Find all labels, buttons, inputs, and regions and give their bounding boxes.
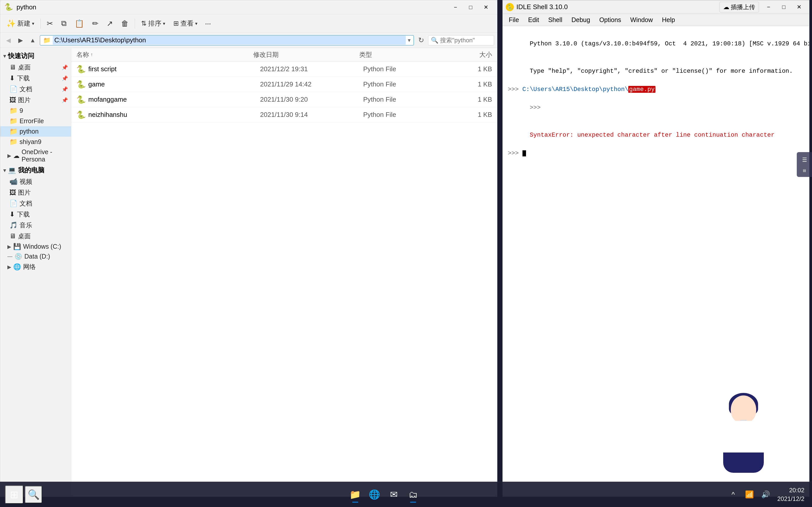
taskbar-tray: ^ 📶 🔊 20:02 2021/12/2 (726, 486, 807, 503)
menu-edit[interactable]: Edit (524, 15, 543, 25)
sidebar-item-folder9[interactable]: 📁 9 (0, 105, 71, 116)
sidebar-item-videos[interactable]: 📹 视频 (0, 176, 71, 187)
paste-button[interactable]: 📋 (71, 17, 87, 30)
cut-button[interactable]: ✂ (44, 17, 56, 30)
idle-line-cmd1: >>> C:\Users\AR15\Desktop\python\game.py (508, 85, 804, 94)
up-button[interactable]: ▲ (28, 35, 38, 45)
search-box[interactable]: 🔍 (428, 35, 494, 45)
file-row-neizhihanshu[interactable]: 🐍 neizhihanshu 2021/11/30 9:14 Python Fi… (71, 107, 497, 122)
videos-icon: 📹 (9, 178, 17, 185)
search-button[interactable]: 🔍 (25, 486, 42, 503)
sort-label: 排序 (148, 19, 161, 28)
more-button[interactable]: ··· (202, 18, 213, 29)
maximize-button[interactable]: □ (464, 3, 478, 12)
sidebar-item-pictures2[interactable]: 🖼 图片 (0, 187, 71, 198)
side-btn-1[interactable]: ☰ (800, 155, 809, 165)
search-input[interactable] (440, 37, 491, 44)
menu-help[interactable]: Help (658, 15, 679, 25)
mypc-section-header[interactable]: ▾ 💻 我的电脑 (0, 164, 71, 176)
sidebar-item-downloads[interactable]: ⬇ 下载 📌 (0, 73, 71, 83)
col-size-header[interactable]: 大小 (448, 50, 492, 59)
sort-button[interactable]: ⇅ 排序 ▾ (138, 17, 168, 30)
file-size-neizhihanshu: 1 KB (449, 111, 492, 119)
sidebar-item-shiyan9-label: shiyan9 (19, 138, 41, 146)
taskbar-apps: 📁 🌐 ✉ 🗂 (44, 486, 724, 504)
minimize-button[interactable]: − (448, 3, 463, 12)
col-date-header[interactable]: 修改日期 (253, 50, 359, 59)
sidebar-item-documents[interactable]: 📄 文档 📌 (0, 83, 71, 95)
idle-minimize-button[interactable]: − (762, 3, 776, 12)
taskbar-app-files[interactable]: 🗂 (404, 486, 422, 504)
onedrive-section[interactable]: ▶ ☁ OneDrive - Persona (0, 147, 71, 164)
mypc-icon: 💻 (8, 166, 16, 174)
file-size-first-script: 1 KB (449, 65, 492, 73)
file-row-first-script[interactable]: 🐍 first script 2021/12/2 19:31 Python Fi… (71, 62, 497, 77)
forward-button[interactable]: ▶ (15, 35, 26, 45)
col-type-header[interactable]: 类型 (359, 50, 448, 59)
sidebar-item-pictures[interactable]: 🖼 图片 📌 (0, 95, 71, 105)
sidebar-item-desktop[interactable]: 🖥 桌面 📌 (0, 62, 71, 73)
taskbar-app-explorer[interactable]: 📁 (346, 486, 364, 504)
file-name-first-script: first script (88, 65, 260, 73)
menu-window[interactable]: Window (626, 15, 657, 25)
file-type-game: Python File (363, 80, 449, 88)
downloads-pin-icon: 📌 (62, 75, 68, 81)
sidebar-item-errorfile[interactable]: 📁 ErrorFile (0, 116, 71, 126)
sidebar: ▾ 快速访问 🖥 桌面 📌 ⬇ 下载 📌 📄 文档 📌 🖼 图片 � (0, 48, 71, 497)
file-date-neizhihanshu: 2021/11/30 9:14 (260, 111, 363, 119)
onedrive-label: OneDrive - Persona (21, 148, 68, 163)
copy-button[interactable]: ⧉ (58, 17, 69, 30)
file-icon-first-script: 🐍 (77, 65, 86, 73)
file-list-header: 名称 ↑ 修改日期 类型 大小 (71, 48, 497, 62)
taskbar-app-edge[interactable]: 🌐 (365, 486, 384, 504)
sidebar-item-desktop2[interactable]: 🖥 桌面 (0, 231, 71, 241)
address-chevron-icon[interactable]: ▾ (408, 37, 411, 44)
side-btn-2[interactable]: ≡ (800, 167, 809, 174)
share-icon: ↗ (107, 19, 113, 28)
menu-file[interactable]: File (505, 15, 523, 25)
file-row-game[interactable]: 🐍 game 2021/11/29 14:42 Python File 1 KB (71, 77, 497, 92)
menu-options[interactable]: Options (595, 15, 625, 25)
tray-network-icon[interactable]: 📶 (742, 488, 756, 502)
idle-output-text-1: Python 3.10.0 (tags/v3.10.0:b494f59, Oct… (529, 40, 809, 47)
idle-content[interactable]: Python 3.10.0 (tags/v3.10.0:b494f59, Oct… (503, 26, 809, 497)
menu-shell[interactable]: Shell (544, 15, 566, 25)
close-button[interactable]: ✕ (479, 3, 493, 12)
sidebar-item-windows-c[interactable]: ▶ 💾 Windows (C:) (0, 241, 71, 251)
sidebar-item-music[interactable]: 🎵 音乐 (0, 220, 71, 231)
file-size-mofanggame: 1 KB (449, 96, 492, 103)
tray-volume-icon[interactable]: 🔊 (758, 488, 773, 502)
menu-debug[interactable]: Debug (567, 15, 594, 25)
delete-button[interactable]: 🗑 (118, 18, 132, 30)
sidebar-item-data-d[interactable]: — 💿 Data (D:) (0, 251, 71, 261)
share-button[interactable]: ↗ (104, 17, 116, 30)
quick-access-header[interactable]: ▾ 快速访问 (0, 50, 71, 62)
idle-close-button[interactable]: ✕ (792, 3, 806, 12)
sidebar-item-windows-c-label: Windows (C:) (23, 243, 61, 250)
idle-line-prompt2: >>> (508, 94, 804, 121)
file-row-mofanggame[interactable]: 🐍 mofanggame 2021/11/30 9:20 Python File… (71, 92, 497, 107)
idle-upload-button[interactable]: ☁ 插播上传 (719, 2, 759, 12)
new-button[interactable]: ✨ 新建 ▾ (3, 17, 37, 30)
view-button[interactable]: ⊞ 查看 ▾ (170, 17, 200, 30)
start-button[interactable]: ⊞ (5, 486, 23, 504)
sidebar-item-network[interactable]: ▶ 🌐 网络 (0, 261, 71, 272)
col-name-header[interactable]: 名称 ↑ (77, 50, 253, 59)
sidebar-item-downloads2[interactable]: ⬇ 下载 (0, 209, 71, 220)
idle-maximize-button[interactable]: □ (777, 3, 791, 12)
sidebar-item-shiyan9[interactable]: 📁 shiyan9 (0, 136, 71, 147)
file-name-game: game (88, 80, 260, 88)
back-button[interactable]: ◀ (3, 35, 13, 45)
rename-button[interactable]: ✏ (89, 17, 101, 30)
taskbar-app-mail[interactable]: ✉ (385, 486, 403, 504)
sidebar-item-desktop-label: 桌面 (18, 63, 31, 71)
window-controls: − □ ✕ (448, 3, 493, 12)
address-box[interactable]: 📁 C:\Users\AR15\Desktop\python ▾ (40, 35, 414, 45)
tray-time[interactable]: 20:02 2021/12/2 (775, 486, 807, 503)
refresh-button[interactable]: ↻ (416, 35, 426, 45)
sidebar-item-documents2[interactable]: 📄 文档 (0, 198, 71, 209)
sidebar-item-python[interactable]: 📁 python (0, 126, 71, 136)
sidebar-item-music-label: 音乐 (19, 221, 32, 229)
tray-chevron[interactable]: ^ (726, 488, 740, 502)
sidebar-item-downloads-label: 下载 (17, 74, 30, 82)
